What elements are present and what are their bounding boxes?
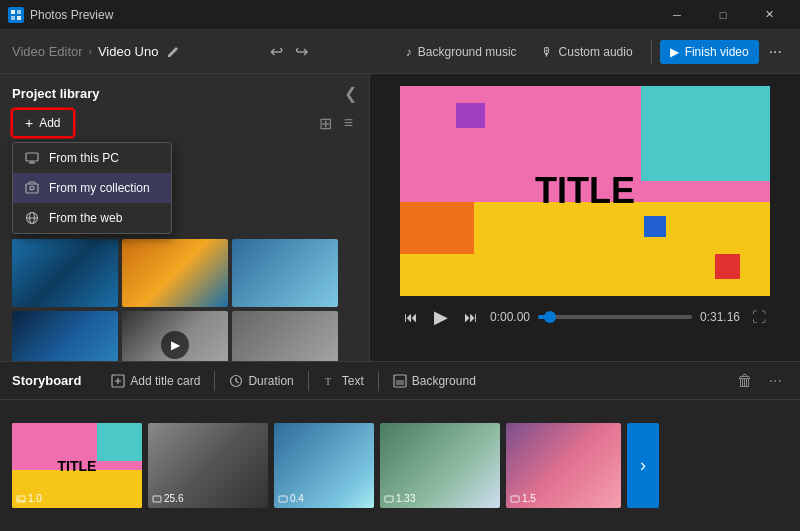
skip-forward-button[interactable]: ⏭	[460, 305, 482, 329]
clip-1[interactable]: TITLE 1.0	[12, 423, 142, 508]
svg-rect-7	[26, 184, 38, 193]
finish-icon: ▶	[670, 45, 679, 59]
playback-controls: ⏮ ▶ ⏭ 0:00.00 0:31.16 ⛶	[400, 296, 770, 338]
clip-2[interactable]: 25.6	[148, 423, 268, 508]
background-icon	[393, 374, 407, 388]
panel-collapse-button[interactable]: ❮	[344, 84, 357, 103]
text-button[interactable]: T Text	[313, 369, 374, 393]
svg-rect-3	[17, 16, 21, 20]
grid-view-button[interactable]: ⊞	[315, 112, 336, 135]
preview-teal-block	[641, 86, 771, 181]
preview-title-text: TITLE	[535, 170, 635, 212]
background-music-button[interactable]: ♪ Background music	[396, 40, 527, 64]
maximize-button[interactable]: □	[700, 0, 746, 30]
progress-bar[interactable]	[538, 315, 692, 319]
panel-title: Project library	[12, 86, 99, 101]
media-thumb-5[interactable]: ▶	[122, 311, 228, 361]
storyboard-clips: TITLE 1.0 25.6	[0, 400, 800, 531]
duration-icon	[229, 374, 243, 388]
custom-audio-label: Custom audio	[559, 45, 633, 59]
duration-button[interactable]: Duration	[219, 369, 303, 393]
from-web-item[interactable]: From the web	[13, 203, 171, 233]
storyboard-more-button[interactable]: ···	[763, 368, 788, 394]
redo-button[interactable]: ↪	[295, 42, 308, 61]
sb-divider-3	[378, 371, 379, 391]
add-title-card-button[interactable]: Add title card	[101, 369, 210, 393]
storyboard-next-button[interactable]: ›	[627, 423, 659, 508]
background-label: Background	[412, 374, 476, 388]
clip-5[interactable]: 1.5	[506, 423, 621, 508]
mini-title-text: TITLE	[58, 458, 97, 474]
clip-2-duration: 25.6	[164, 493, 183, 504]
media-thumb-2[interactable]	[122, 239, 228, 307]
play-overlay-icon: ▶	[161, 331, 189, 359]
clip-3[interactable]: 0.4	[274, 423, 374, 508]
storyboard-title: Storyboard	[12, 373, 81, 388]
window-controls: ─ □ ✕	[654, 0, 792, 30]
edit-title-icon[interactable]	[164, 43, 182, 61]
preview-orange-block	[400, 202, 474, 255]
svg-line-17	[236, 381, 239, 383]
from-collection-item[interactable]: From my collection	[13, 173, 171, 203]
preview-purple-block	[456, 103, 486, 128]
minimize-button[interactable]: ─	[654, 0, 700, 30]
current-time: 0:00.00	[490, 310, 530, 324]
finish-video-label: Finish video	[685, 45, 749, 59]
from-pc-item[interactable]: From this PC	[13, 143, 171, 173]
fullscreen-button[interactable]: ⛶	[748, 305, 770, 329]
clip-3-duration: 0.4	[290, 493, 304, 504]
clip-1-duration: 1.0	[28, 493, 42, 504]
clip-image-icon	[16, 494, 26, 504]
text-icon: T	[323, 374, 337, 388]
svg-rect-23	[153, 496, 161, 502]
toolbar-center: ↩ ↪	[270, 42, 308, 61]
clip-3-image-icon	[278, 494, 288, 504]
toolbar-right: ♪ Background music 🎙 Custom audio ▶ Fini…	[396, 38, 788, 66]
custom-audio-button[interactable]: 🎙 Custom audio	[531, 40, 643, 64]
storyboard-actions: Add title card Duration T Text Backgroun…	[101, 369, 730, 393]
svg-rect-25	[385, 496, 393, 502]
media-thumb-1[interactable]	[12, 239, 118, 307]
clip-4-duration: 1.33	[396, 493, 415, 504]
clip-5-duration: 1.5	[522, 493, 536, 504]
media-thumb-3[interactable]	[232, 239, 338, 307]
clip-4-image-icon	[384, 494, 394, 504]
delete-button[interactable]: 🗑	[731, 368, 759, 394]
panel-header: Project library ❮	[0, 74, 369, 109]
media-thumb-4[interactable]	[12, 311, 118, 361]
toolbar-more-button[interactable]: ···	[763, 38, 788, 66]
clip-4[interactable]: 1.33	[380, 423, 500, 508]
add-title-card-label: Add title card	[130, 374, 200, 388]
progress-thumb	[544, 311, 556, 323]
list-view-button[interactable]: ≡	[340, 112, 357, 135]
toolbar-divider	[651, 40, 652, 64]
add-button[interactable]: + Add	[12, 109, 74, 137]
breadcrumb-separator: ›	[89, 46, 92, 57]
titlebar: Photos Preview ─ □ ✕	[0, 0, 800, 30]
main-content: Project library ❮ + Add ⊞ ≡ From this PC…	[0, 74, 800, 361]
add-label: Add	[39, 116, 60, 130]
breadcrumb-current: Video Uno	[98, 44, 158, 59]
skip-back-button[interactable]: ⏮	[400, 305, 422, 329]
storyboard-panel: Storyboard Add title card Duration T Tex…	[0, 361, 800, 531]
total-time: 0:31.16	[700, 310, 740, 324]
undo-button[interactable]: ↩	[270, 42, 283, 61]
background-music-label: Background music	[418, 45, 517, 59]
add-dropdown-menu: From this PC From my collection From the…	[12, 142, 172, 234]
background-button[interactable]: Background	[383, 369, 486, 393]
finish-video-button[interactable]: ▶ Finish video	[660, 40, 759, 64]
media-thumb-6[interactable]	[232, 311, 338, 361]
svg-rect-2	[11, 16, 15, 20]
storyboard-right-actions: 🗑 ···	[731, 368, 788, 394]
svg-rect-24	[279, 496, 287, 502]
storyboard-header: Storyboard Add title card Duration T Tex…	[0, 362, 800, 400]
play-button[interactable]: ▶	[430, 302, 452, 332]
preview-blue-block	[644, 216, 666, 237]
from-collection-label: From my collection	[49, 181, 150, 195]
toolbar: Video Editor › Video Uno ↩ ↪ ♪ Backgroun…	[0, 30, 800, 74]
close-button[interactable]: ✕	[746, 0, 792, 30]
preview-canvas: TITLE	[400, 86, 770, 296]
breadcrumb-parent[interactable]: Video Editor	[12, 44, 83, 59]
app-title: Photos Preview	[30, 8, 113, 22]
svg-point-8	[30, 186, 34, 190]
